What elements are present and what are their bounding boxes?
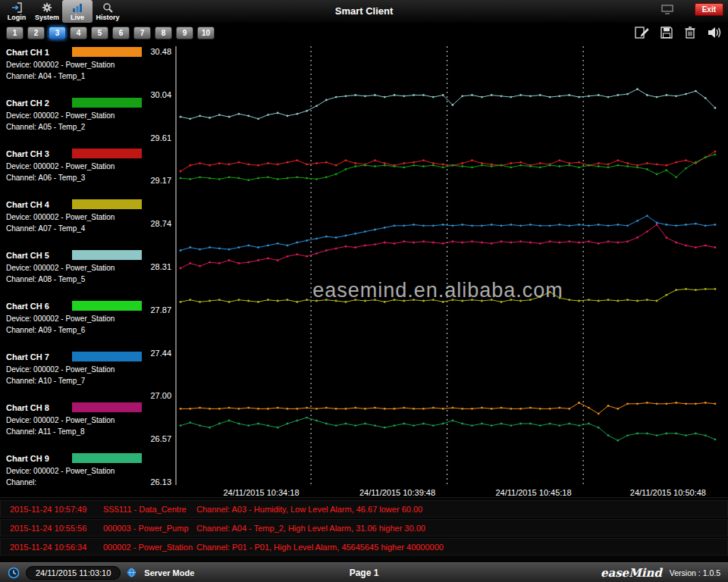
alarm-row-2[interactable]: 2015-11-24 10:55:56000003 - Power_PumpCh…: [0, 519, 728, 537]
audio-button[interactable]: [707, 26, 722, 39]
svg-text:30.48: 30.48: [150, 47, 171, 56]
main-nav: Login System: [2, 0, 123, 23]
channel-channel: Channel:: [6, 478, 148, 487]
channel-legend-header: Chart CH 4: [6, 199, 148, 210]
channel-device: Device: 000002 - Power_Station: [6, 61, 148, 69]
channel-channel: Channel: A04 - Temp_1: [6, 72, 148, 80]
page-tab-1[interactable]: 1: [6, 27, 24, 39]
channel-legend-6: Chart CH 6Device: 000002 - Power_Station…: [6, 300, 148, 344]
page-tab-7[interactable]: 7: [133, 27, 151, 39]
page-tab-9[interactable]: 9: [176, 27, 193, 39]
page-tab-2[interactable]: 2: [27, 27, 45, 39]
channel-title: Chart CH 3: [6, 149, 72, 158]
trend-chart: 30.4830.0429.6129.1728.7428.3127.8727.44…: [148, 42, 728, 497]
channel-legend-5: Chart CH 5Device: 000002 - Power_Station…: [6, 249, 148, 293]
channel-device: Device: 000002 - Power_Station: [6, 365, 148, 374]
svg-text:27.00: 27.00: [150, 391, 171, 400]
edit-chart-button[interactable]: [634, 26, 649, 39]
channel-title: Chart CH 9: [6, 454, 72, 463]
display-icon[interactable]: [661, 5, 673, 14]
alarm-row-1[interactable]: 2015-11-24 10:57:49SS5111 - Data_CentreC…: [0, 500, 728, 518]
channel-color-swatch: [72, 402, 142, 412]
channel-device: Device: 000002 - Power_Station: [6, 213, 148, 221]
channel-color-swatch: [72, 98, 142, 108]
channel-device: Device: 000002 - Power_Station: [6, 467, 148, 475]
channel-title: Chart CH 7: [6, 352, 72, 361]
channel-device: Device: 000002 - Power_Station: [6, 314, 148, 323]
alarm-device: 000003 - Power_Pump: [103, 524, 196, 533]
sidebar: Chart CH 1Device: 000002 - Power_Station…: [0, 42, 148, 497]
channel-title: Chart CH 5: [6, 251, 72, 260]
channel-color-swatch: [72, 149, 142, 158]
nav-login[interactable]: Login: [2, 0, 32, 23]
series-ch2-temp-2: [180, 155, 715, 180]
channel-color-swatch: [72, 47, 142, 57]
alarm-row-3[interactable]: 2015-11-24 10:56:34000002 - Power_Statio…: [0, 538, 728, 555]
channel-title: Chart CH 8: [6, 403, 72, 412]
alarm-time: 2015-11-24 10:56:34: [10, 543, 103, 552]
channel-device: Device: 000002 - Power_Station: [6, 162, 148, 171]
series-ch3-temp-3: [180, 152, 715, 171]
svg-text:30.04: 30.04: [150, 90, 171, 99]
nav-live[interactable]: Live: [62, 0, 93, 23]
svg-text:26.13: 26.13: [150, 477, 171, 487]
statusbar: 24/11/2015 11:03:10 Server Mode Page 1 e…: [0, 562, 728, 582]
alarm-message: Channel: A04 - Temp_2, High Level Alarm,…: [196, 524, 727, 533]
series-ch8-temp-8: [180, 225, 715, 269]
nav-system-label: System: [35, 14, 59, 21]
save-floppy-icon: [660, 26, 673, 39]
channel-legend-9: Chart CH 9Device: 000002 - Power_Station…: [6, 452, 148, 496]
channel-channel: Channel: A05 - Temp_2: [6, 123, 148, 131]
series-ch7-temp-7: [180, 216, 715, 251]
channel-channel: Channel: A08 - Temp_5: [6, 275, 148, 283]
channel-legend-8: Chart CH 8Device: 000002 - Power_Station…: [6, 402, 148, 446]
svg-text:27.44: 27.44: [150, 349, 171, 358]
svg-text:29.17: 29.17: [150, 176, 171, 185]
version-label: Version : 1.0.5: [670, 568, 720, 577]
history-search-icon: [102, 2, 113, 13]
status-right: easeMind Version : 1.0.5: [601, 566, 720, 580]
svg-text:24/11/2015 10:50:48: 24/11/2015 10:50:48: [630, 488, 706, 497]
easemind-logo: easeMind: [601, 566, 662, 580]
save-button[interactable]: [660, 26, 673, 39]
channel-legend-2: Chart CH 2Device: 000002 - Power_Station…: [6, 97, 148, 141]
channel-title: Chart CH 6: [6, 302, 72, 311]
channel-legend-header: Chart CH 1: [6, 46, 148, 58]
header-right: Exit: [661, 3, 723, 16]
page-tab-10[interactable]: 10: [197, 27, 215, 39]
page-tab-6[interactable]: 6: [112, 27, 130, 39]
channel-legend-header: Chart CH 6: [6, 300, 148, 311]
exit-button[interactable]: Exit: [695, 3, 723, 16]
nav-login-label: Login: [8, 14, 27, 21]
channel-legend-header: Chart CH 2: [6, 97, 148, 108]
svg-text:27.87: 27.87: [150, 305, 171, 314]
clock-icon: [8, 567, 20, 579]
page-tab-8[interactable]: 8: [155, 27, 172, 39]
header: Login System: [0, 0, 728, 23]
page-tab-5[interactable]: 5: [91, 27, 108, 39]
edit-pencil-icon: [634, 26, 649, 39]
svg-text:26.57: 26.57: [150, 434, 171, 443]
channel-color-swatch: [72, 301, 142, 311]
channel-color-swatch: [72, 199, 142, 209]
channel-channel: Channel: A07 - Temp_4: [6, 224, 148, 233]
channel-color-swatch: [72, 352, 142, 361]
nav-live-label: Live: [71, 14, 84, 21]
delete-button[interactable]: [684, 26, 696, 39]
alarm-list: 2015-11-24 10:57:49SS5111 - Data_CentreC…: [0, 497, 728, 562]
trash-icon: [684, 26, 696, 39]
channel-channel: Channel: A10 - Temp_7: [6, 377, 148, 385]
nav-history[interactable]: History: [93, 0, 123, 23]
channel-channel: Channel: A09 - Temp_6: [6, 326, 148, 334]
channel-legend-header: Chart CH 7: [6, 351, 148, 362]
page-tab-3[interactable]: 3: [49, 27, 66, 39]
server-mode-label: Server Mode: [144, 568, 194, 577]
page-indicator: Page 1: [350, 568, 379, 578]
smart-client-window: Login System: [0, 0, 728, 582]
login-icon: [11, 2, 22, 13]
svg-text:24/11/2015 10:39:48: 24/11/2015 10:39:48: [359, 488, 435, 497]
alarm-device: SS5111 - Data_Centre: [103, 505, 196, 514]
status-datetime: 24/11/2015 11:03:10: [26, 566, 121, 580]
page-tab-4[interactable]: 4: [70, 27, 87, 39]
nav-system[interactable]: System: [32, 0, 62, 23]
